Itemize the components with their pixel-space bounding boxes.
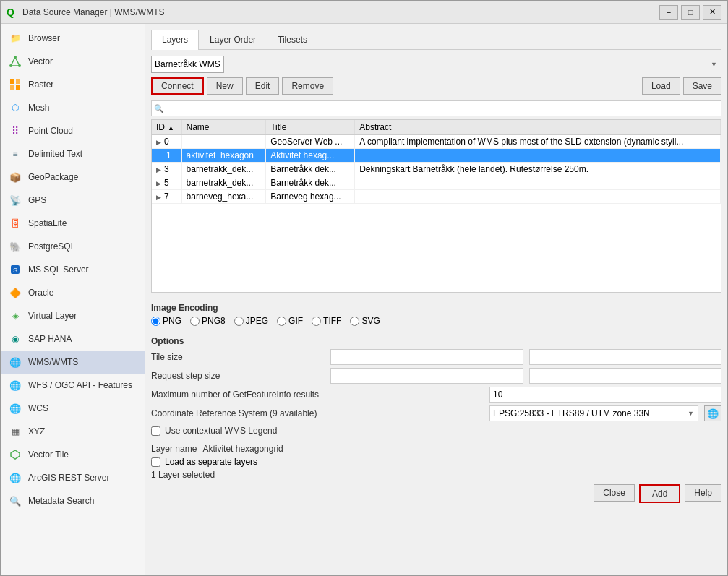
encoding-svg[interactable]: SVG <box>350 316 380 326</box>
sidebar-item-xyz[interactable]: ▦ XYZ <box>1 420 145 443</box>
label-gif: GIF <box>288 316 303 326</box>
col-title[interactable]: Title <box>266 120 355 135</box>
tile-size-input2[interactable] <box>529 349 722 365</box>
sidebar-item-spatialite[interactable]: 🗄 SpatiaLite <box>1 212 145 235</box>
app-icon: Q <box>7 7 18 18</box>
radio-png8[interactable] <box>190 317 200 326</box>
sidebar-item-browser[interactable]: 📁 Browser <box>1 27 145 50</box>
radio-png[interactable] <box>151 317 160 326</box>
pointcloud-icon: ⠿ <box>8 124 22 138</box>
sidebar-item-oracle[interactable]: 🔶 Oracle <box>1 281 145 304</box>
tab-tilesets[interactable]: Tilesets <box>267 30 318 49</box>
encoding-jpeg[interactable]: JPEG <box>234 316 268 326</box>
cell-title: GeoServer Web ... <box>266 135 355 149</box>
close-button[interactable]: Close <box>594 484 635 502</box>
col-abstract-label: Abstract <box>359 122 391 132</box>
cell-title: Barneveg hexag... <box>266 190 355 204</box>
save-button[interactable]: Save <box>683 77 721 95</box>
sidebar-item-arcgis[interactable]: 🌐 ArcGIS REST Server <box>1 466 145 489</box>
sidebar-item-metadata[interactable]: 🔍 Metadata Search <box>1 489 145 512</box>
table-row[interactable]: 1 aktivitet_hexagon Aktivitet hexag... <box>152 149 721 163</box>
tab-layerorder[interactable]: Layer Order <box>199 30 267 49</box>
sidebar-item-pointcloud[interactable]: ⠿ Point Cloud <box>1 119 145 142</box>
remove-button[interactable]: Remove <box>282 77 333 95</box>
request-step-input2[interactable] <box>529 368 722 384</box>
cell-abstract <box>355 176 721 190</box>
radio-jpeg[interactable] <box>234 317 244 326</box>
sidebar-item-wfs[interactable]: 🌐 WFS / OGC API - Features <box>1 374 145 397</box>
col-name[interactable]: Name <box>181 120 266 135</box>
xyz-icon: ▦ <box>8 424 22 439</box>
crs-dropdown-wrapper: EPSG:25833 - ETRS89 / UTM zone 33N <box>489 405 698 421</box>
sidebar-item-postgresql[interactable]: 🐘 PostgreSQL <box>1 235 145 258</box>
col-id[interactable]: ID▲ <box>152 120 181 135</box>
image-encoding-section: Image Encoding PNG PNG8 JPEG <box>151 298 721 332</box>
table-row[interactable]: ▶0 GeoServer Web ... A compliant impleme… <box>152 135 721 149</box>
tab-layers[interactable]: Layers <box>151 30 199 50</box>
sidebar-item-vector[interactable]: Vector <box>1 50 145 73</box>
tile-size-input1[interactable] <box>330 349 523 365</box>
sidebar-item-wcs[interactable]: 🌐 WCS <box>1 397 145 420</box>
action-buttons: Connect New Edit Remove Load Save <box>151 77 721 95</box>
connection-row: Barnetråkk WMS <box>151 56 721 73</box>
connection-dropdown[interactable]: Barnetråkk WMS <box>151 56 224 73</box>
help-button[interactable]: Help <box>685 484 721 502</box>
expand-icon[interactable]: ▶ <box>156 194 161 201</box>
max-getfeature-input[interactable] <box>489 387 721 403</box>
close-button[interactable]: ✕ <box>703 5 721 20</box>
cell-abstract <box>355 149 721 163</box>
load-button[interactable]: Load <box>642 77 680 95</box>
table-row[interactable]: ▶5 barnetrakk_dek... Barnetråkk dek... <box>152 176 721 190</box>
minimize-button[interactable]: − <box>659 5 678 20</box>
sidebar-label-virtual: Virtual Layer <box>28 311 77 321</box>
radio-gif[interactable] <box>277 317 286 326</box>
edit-button[interactable]: Edit <box>246 77 280 95</box>
sidebar-label-geopackage: GeoPackage <box>28 172 78 182</box>
encoding-png8[interactable]: PNG8 <box>190 316 226 326</box>
sidebar-label-wfs: WFS / OGC API - Features <box>28 380 132 390</box>
sidebar-label-mssql: MS SQL Server <box>28 265 89 275</box>
sidebar-item-virtual[interactable]: ◈ Virtual Layer <box>1 304 145 327</box>
sidebar-item-geopackage[interactable]: 📦 GeoPackage <box>1 166 145 189</box>
connect-button[interactable]: Connect <box>151 77 204 95</box>
svg-point-2 <box>18 64 21 67</box>
radio-svg[interactable] <box>350 317 359 326</box>
sidebar-item-mesh[interactable]: ⬡ Mesh <box>1 96 145 119</box>
expand-icon[interactable]: ▶ <box>156 180 161 187</box>
sidebar-item-saphana[interactable]: ◉ SAP HANA <box>1 327 145 351</box>
expand-icon[interactable]: ▶ <box>156 139 161 146</box>
label-tiff: TIFF <box>323 316 341 326</box>
new-button[interactable]: New <box>207 77 243 95</box>
right-panel: Layers Layer Order Tilesets Barnetråkk W… <box>145 24 727 575</box>
request-step-label: Request step size <box>151 371 325 381</box>
encoding-tiff[interactable]: TIFF <box>312 316 341 326</box>
expand-icon[interactable]: ▶ <box>156 166 161 173</box>
sidebar-item-wmswmts[interactable]: 🌐 WMS/WMTS <box>1 351 145 374</box>
sidebar-item-delimited[interactable]: ≡ Delimited Text <box>1 142 145 166</box>
crs-dropdown[interactable]: EPSG:25833 - ETRS89 / UTM zone 33N <box>489 405 698 421</box>
encoding-gif[interactable]: GIF <box>277 316 303 326</box>
crs-globe-button[interactable]: 🌐 <box>704 405 721 421</box>
col-abstract[interactable]: Abstract <box>355 120 721 135</box>
request-step-input1[interactable] <box>330 368 523 384</box>
radio-tiff[interactable] <box>312 317 321 326</box>
add-button[interactable]: Add <box>639 484 680 503</box>
sidebar-item-raster[interactable]: Raster <box>1 73 145 96</box>
encoding-png[interactable]: PNG <box>151 316 181 326</box>
table-row[interactable]: ▶3 barnetrakk_dek... Barnetråkk dek... D… <box>152 163 721 176</box>
sidebar-label-spatialite: SpatiaLite <box>28 218 67 228</box>
search-input[interactable] <box>151 100 721 116</box>
table-row[interactable]: ▶7 barneveg_hexa... Barneveg hexag... <box>152 190 721 204</box>
sidebar-item-gps[interactable]: 📡 GPS <box>1 189 145 212</box>
wms-legend-checkbox[interactable] <box>151 426 160 436</box>
sidebar-item-mssql[interactable]: S MS SQL Server <box>1 258 145 281</box>
tabs: Layers Layer Order Tilesets <box>151 30 721 50</box>
cell-title: Barnetråkk dek... <box>266 176 355 190</box>
col-id-label: ID <box>156 122 165 132</box>
layer-name-value: Aktivitet hexagongrid <box>202 444 283 454</box>
geopackage-icon: 📦 <box>8 170 22 184</box>
separate-layers-checkbox[interactable] <box>151 457 160 467</box>
sidebar-item-vectortile[interactable]: Vector Tile <box>1 443 145 466</box>
encoding-radio-group: PNG PNG8 JPEG GIF <box>151 316 721 326</box>
maximize-button[interactable]: □ <box>681 5 700 20</box>
